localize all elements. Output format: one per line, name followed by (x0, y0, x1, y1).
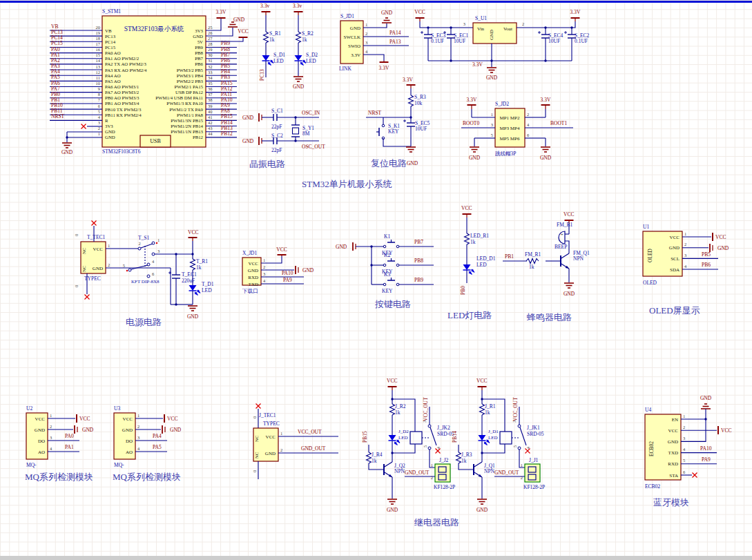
pin-number[interactable]: 2 (137, 424, 139, 429)
label-NC[interactable]: NC (81, 266, 86, 272)
pin-name[interactable]: PWM1/2N PB14 (171, 124, 203, 128)
label-复位电路[interactable]: 复位电路 (371, 158, 407, 168)
pin-name[interactable]: VCC (249, 261, 259, 267)
pin-name[interactable]: GND (122, 427, 133, 433)
label-GND[interactable]: GND (407, 160, 418, 166)
label-5[interactable]: 5 (513, 445, 517, 447)
label-5[interactable]: 5 (423, 445, 427, 447)
pin-name[interactable]: PWM1/2 TX PA9 (169, 107, 203, 112)
label-VCC[interactable]: VCC (715, 234, 726, 240)
contact[interactable] (147, 275, 150, 278)
pin-name[interactable]: PB12 (193, 135, 204, 139)
pin-number[interactable]: 13 (96, 64, 101, 69)
ic-designator[interactable]: T_TEC1 (87, 234, 105, 240)
label-BOOT1[interactable]: BOOT1 (550, 120, 567, 126)
label-GND[interactable]: GND (242, 138, 254, 144)
pin-number[interactable]: 4 (683, 447, 686, 452)
label-KEY[interactable]: KEY (382, 288, 393, 294)
label-S_R2[interactable]: S_R2 (302, 30, 314, 37)
wire[interactable] (459, 463, 474, 470)
wire[interactable] (430, 427, 436, 445)
resistor[interactable] (465, 233, 470, 244)
label-晶振电路[interactable]: 晶振电路 (249, 159, 285, 169)
label-FM_R1[interactable]: FM_R1 (525, 251, 541, 258)
label-S_C2[interactable]: S_C2 (271, 133, 283, 139)
label-MP5 MP6[interactable]: MP5 MP6 (500, 136, 520, 142)
pin-number[interactable]: 2 (263, 264, 265, 269)
label-GND[interactable]: GND (717, 245, 729, 251)
ic-rotated-label[interactable]: ECB02 (648, 441, 655, 456)
pin-name[interactable]: VCC (93, 247, 104, 252)
label-J_R3[interactable]: J_R3 (461, 452, 472, 458)
label-GND[interactable]: GND (61, 149, 73, 155)
label-FM_B1[interactable]: FM_B1 (557, 222, 573, 228)
label-J_D1[interactable]: J_D1 (488, 429, 499, 434)
wire[interactable] (392, 444, 415, 453)
pin-name[interactable]: VB (105, 28, 112, 33)
pin-name[interactable]: VCC (123, 416, 133, 422)
wire[interactable] (520, 427, 526, 445)
ic-rotated-label[interactable]: OLED (647, 248, 653, 262)
npn-transistor[interactable] (384, 462, 392, 467)
pin-name[interactable]: PA3 RX AO PWM2/4 (105, 68, 147, 73)
pin-name[interactable]: VCC (266, 434, 276, 440)
pin-number[interactable]: 1 (263, 258, 265, 262)
ic-designator[interactable]: X_JD1 (242, 250, 258, 256)
label-LED[interactable]: LED (488, 435, 498, 441)
label-1k[interactable]: 1k (269, 37, 275, 43)
label-PB9[interactable]: PB9 (414, 277, 423, 283)
ic-designator[interactable]: U2 (26, 405, 32, 412)
pin-number[interactable]: 26 (208, 30, 213, 35)
pin-name[interactable]: PA0 AO (105, 50, 121, 55)
pin-number[interactable]: 27 (208, 36, 213, 41)
label-继电器电路[interactable]: 继电器电路 (414, 517, 459, 528)
pin-name[interactable]: PC13 (105, 34, 116, 39)
pin-name[interactable]: PA7 AO PWM3/2 (105, 90, 139, 95)
label-VCC_OUT[interactable]: VCC_OUT (423, 397, 429, 421)
net-label[interactable]: NRST (51, 113, 65, 119)
label-3[interactable]: 3 (157, 249, 160, 253)
pin-number[interactable]: 15 (96, 52, 101, 57)
label-按键电路[interactable]: 按键电路 (374, 299, 411, 309)
pin-number[interactable]: 2 (280, 447, 282, 452)
label-J_D2[interactable]: J_D2 (398, 429, 409, 434)
pin-number[interactable]: 4 (137, 446, 140, 451)
label-3.3V[interactable]: 3.3V (541, 97, 551, 103)
ic-designator[interactable]: J_TEC1 (259, 412, 276, 418)
label-S_R1[interactable]: S_R1 (269, 30, 281, 37)
label-2[interactable]: 2 (138, 241, 140, 246)
led-symbol[interactable] (262, 55, 270, 61)
label-J_R2[interactable]: J_R2 (395, 403, 406, 409)
label-PB7[interactable]: PB7 (414, 239, 423, 245)
label-VCC[interactable]: VCC (188, 229, 198, 235)
pin-number[interactable]: 3 (683, 436, 685, 441)
label-PA14[interactable]: PA14 (389, 30, 401, 36)
label-1[interactable]: 1 (521, 463, 523, 467)
ic-sublabel[interactable]: 下载口 (242, 288, 258, 294)
pin-number[interactable]: 4 (527, 122, 530, 127)
npn-transistor[interactable] (561, 253, 569, 259)
label-3.3V[interactable]: 3.3V (379, 65, 389, 71)
pin-number[interactable]: 2 (108, 262, 110, 267)
label-MQ系列检测模块[interactable]: MQ系列检测模块 (113, 472, 181, 482)
pin-number[interactable]: 3 (684, 253, 686, 258)
label-6[interactable]: 6 (152, 271, 155, 276)
label-LED[interactable]: LED (306, 58, 316, 64)
label-USB[interactable]: USB (150, 138, 161, 144)
pin-number[interactable]: 4 (263, 278, 266, 283)
label-OSC_OUT[interactable]: OSC_OUT (302, 144, 325, 150)
label-J_JK1[interactable]: J_JK1 (527, 425, 540, 431)
pin-number[interactable]: 5 (683, 458, 685, 463)
ic-sublabel[interactable]: LINK (339, 66, 351, 72)
pin-name[interactable]: 3.3V (351, 52, 360, 58)
pin-number[interactable]: 18 (96, 36, 101, 41)
label-STM32单片机最小系统[interactable]: STM32单片机最小系统 (302, 179, 392, 189)
label-PA0[interactable]: PA0 (65, 433, 74, 439)
pin-number[interactable]: 14 (96, 58, 101, 63)
crystal[interactable] (293, 128, 299, 134)
label-VCC[interactable]: VCC (461, 205, 472, 211)
box[interactable] (410, 432, 422, 444)
label-1k[interactable]: 1k (196, 264, 202, 271)
pin-number[interactable]: 40 (208, 109, 213, 114)
label-NC[interactable]: NC (81, 248, 86, 254)
